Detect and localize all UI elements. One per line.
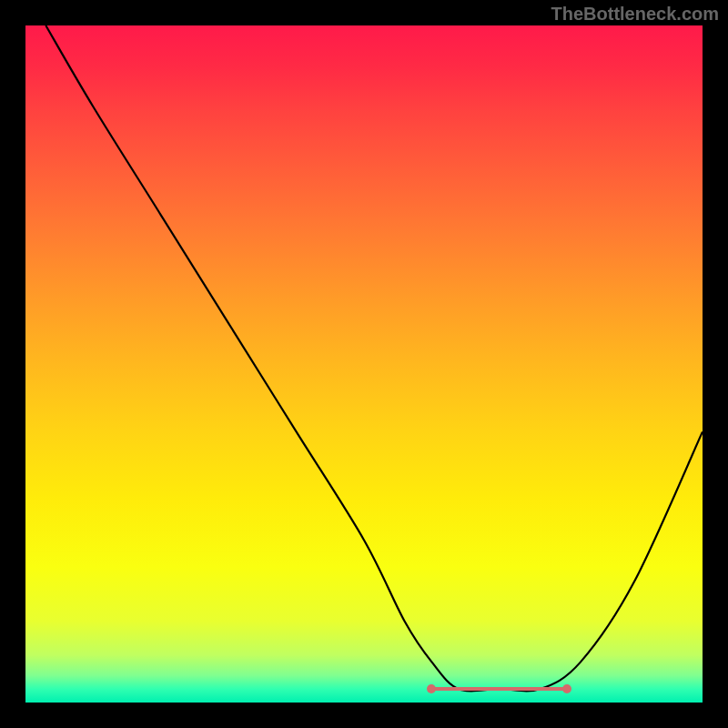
optimal-range-bar xyxy=(431,687,567,691)
plot-area xyxy=(25,25,703,703)
optimal-range-start-marker xyxy=(427,684,436,693)
watermark-text: TheBottleneck.com xyxy=(551,4,719,25)
optimal-range-end-marker xyxy=(562,684,571,693)
optimal-markers xyxy=(25,25,703,703)
